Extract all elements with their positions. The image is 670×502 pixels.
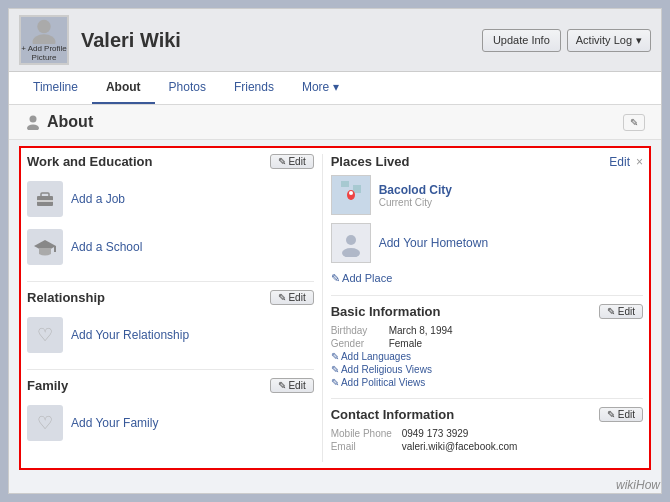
add-political-row[interactable]: ✎ Add Political Views <box>331 377 643 388</box>
work-education-edit-button[interactable]: ✎ Edit <box>270 154 314 169</box>
divider-2 <box>27 369 314 370</box>
basic-info-title: Basic Information <box>331 304 441 319</box>
right-column: Places Lived Edit × <box>323 154 643 462</box>
person-icon <box>25 114 41 130</box>
add-relationship-item[interactable]: ♡ Add Your Relationship <box>27 311 314 359</box>
svg-point-15 <box>346 235 356 245</box>
email-label: Email <box>331 441 396 452</box>
about-title-text: About <box>47 113 93 131</box>
contact-info-edit-button[interactable]: ✎ Edit <box>599 407 643 422</box>
svg-rect-8 <box>54 246 56 252</box>
profile-name: Valeri Wiki <box>81 29 470 52</box>
relationship-icon-box: ♡ <box>27 317 63 353</box>
mobile-phone-value: 0949 173 3929 <box>402 428 469 439</box>
add-school-item[interactable]: Add a School <box>27 223 314 271</box>
add-family-item[interactable]: ♡ Add Your Family <box>27 399 314 447</box>
add-job-item[interactable]: Add a Job <box>27 175 314 223</box>
main-content: Work and Education ✎ Edit <box>9 140 661 494</box>
add-languages-link[interactable]: ✎ Add Languages <box>331 351 411 362</box>
gender-label: Gender <box>331 338 383 349</box>
svg-point-16 <box>342 248 360 257</box>
hometown-map-placeholder <box>331 223 371 263</box>
tab-timeline[interactable]: Timeline <box>19 72 92 104</box>
birthday-value: March 8, 1994 <box>389 325 453 336</box>
current-city-name[interactable]: Bacolod City <box>379 183 452 197</box>
current-city-info: Bacolod City Current City <box>379 183 452 208</box>
svg-point-0 <box>37 20 50 33</box>
divider-3 <box>331 295 643 296</box>
svg-point-13 <box>349 191 353 195</box>
add-languages-row[interactable]: ✎ Add Languages <box>331 351 643 362</box>
mobile-phone-row: Mobile Phone 0949 173 3929 <box>331 428 643 439</box>
add-profile-label: + Add Profile Picture <box>21 44 67 63</box>
add-profile-picture[interactable]: + Add Profile Picture <box>19 15 69 65</box>
contact-info-section: Contact Information ✎ Edit Mobile Phone … <box>331 407 643 452</box>
contact-info-title: Contact Information <box>331 407 455 422</box>
places-close-link[interactable]: × <box>636 155 643 169</box>
svg-rect-5 <box>41 193 49 197</box>
work-education-section: Work and Education ✎ Edit <box>27 154 314 271</box>
gender-value: Female <box>389 338 422 349</box>
gender-row: Gender Female <box>331 338 643 349</box>
tab-photos[interactable]: Photos <box>155 72 220 104</box>
current-city-map <box>331 175 371 215</box>
tab-more[interactable]: More ▾ <box>288 72 353 104</box>
update-info-button[interactable]: Update Info <box>482 29 561 52</box>
divider-4 <box>331 398 643 399</box>
mobile-phone-label: Mobile Phone <box>331 428 396 439</box>
current-city-type: Current City <box>379 197 452 208</box>
basic-info-edit-button[interactable]: ✎ Edit <box>599 304 643 319</box>
wikihow-watermark: wikiHow <box>616 478 660 492</box>
add-family-label[interactable]: Add Your Family <box>71 416 158 430</box>
tab-friends[interactable]: Friends <box>220 72 288 104</box>
email-value: valeri.wiki@facebook.com <box>402 441 518 452</box>
activity-log-arrow: ▾ <box>636 34 642 47</box>
add-hometown-item[interactable]: Add Your Hometown <box>331 223 643 263</box>
add-place-link[interactable]: ✎ Add Place <box>331 272 393 284</box>
family-icon-box: ♡ <box>27 405 63 441</box>
relationship-section: Relationship ✎ Edit ♡ Add Your Relations… <box>27 290 314 359</box>
add-religious-link[interactable]: ✎ Add Religious Views <box>331 364 432 375</box>
birthday-label: Birthday <box>331 325 383 336</box>
tab-about[interactable]: About <box>92 72 155 104</box>
add-political-link[interactable]: ✎ Add Political Views <box>331 377 426 388</box>
places-lived-section: Places Lived Edit × <box>331 154 643 285</box>
add-religious-row[interactable]: ✎ Add Religious Views <box>331 364 643 375</box>
relationship-edit-button[interactable]: ✎ Edit <box>270 290 314 305</box>
relationship-title: Relationship <box>27 290 105 305</box>
activity-log-button[interactable]: Activity Log ▾ <box>567 29 651 52</box>
about-edit-button[interactable]: ✎ <box>623 114 645 131</box>
svg-point-2 <box>30 116 37 123</box>
activity-log-label: Activity Log <box>576 34 632 46</box>
places-edit-link[interactable]: Edit <box>609 155 630 169</box>
family-section: Family ✎ Edit ♡ Add Your Family <box>27 378 314 447</box>
job-icon-box <box>27 181 63 217</box>
places-lived-title: Places Lived <box>331 154 410 169</box>
svg-point-1 <box>33 34 56 44</box>
email-row: Email valeri.wiki@facebook.com <box>331 441 643 452</box>
birthday-row: Birthday March 8, 1994 <box>331 325 643 336</box>
add-school-label[interactable]: Add a School <box>71 240 142 254</box>
about-header: About ✎ <box>9 105 661 140</box>
svg-point-3 <box>27 125 39 131</box>
svg-rect-11 <box>353 185 361 193</box>
family-title: Family <box>27 378 68 393</box>
basic-info-section: Basic Information ✎ Edit Birthday March … <box>331 304 643 388</box>
add-relationship-label[interactable]: Add Your Relationship <box>71 328 189 342</box>
add-hometown-label[interactable]: Add Your Hometown <box>379 236 488 250</box>
left-column: Work and Education ✎ Edit <box>27 154 323 462</box>
svg-rect-10 <box>341 181 349 187</box>
add-job-label[interactable]: Add a Job <box>71 192 125 206</box>
about-content-container: Work and Education ✎ Edit <box>19 146 651 470</box>
nav-tabs: Timeline About Photos Friends More ▾ <box>9 72 661 105</box>
current-city-item: Bacolod City Current City <box>331 175 643 215</box>
family-edit-button[interactable]: ✎ Edit <box>270 378 314 393</box>
school-icon-box <box>27 229 63 265</box>
divider-1 <box>27 281 314 282</box>
work-education-title: Work and Education <box>27 154 152 169</box>
